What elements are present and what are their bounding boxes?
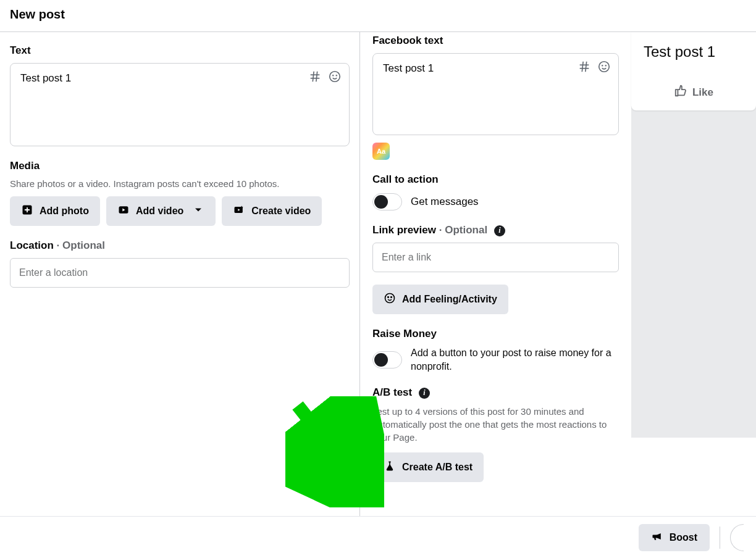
location-optional-label: Optional [62,239,105,251]
svg-line-13 [586,62,587,72]
preview-column: Test post 1 Like [631,32,756,516]
chevron-down-icon [192,204,204,219]
emoji-icon [384,292,396,307]
svg-line-2 [313,72,314,82]
add-video-button[interactable]: Add video [106,196,216,226]
create-video-icon [233,204,245,219]
create-video-button[interactable]: Create video [222,196,322,226]
add-feeling-label: Add Feeling/Activity [402,294,497,305]
post-text-value: Test post 1 [20,72,71,84]
svg-point-18 [388,297,389,298]
svg-point-16 [605,65,606,66]
boost-label: Boost [670,532,697,543]
add-feeling-button[interactable]: Add Feeling/Activity [372,285,508,314]
svg-point-14 [599,62,610,72]
svg-line-3 [316,72,317,82]
raise-money-label: Raise Money [372,328,619,340]
hashtag-icon[interactable] [578,60,591,77]
megaphone-icon [651,530,663,545]
media-section-sub: Share photos or a video. Instagram posts… [10,178,350,189]
fb-text-input[interactable]: Test post 1 [372,53,619,135]
link-input[interactable] [372,243,619,272]
add-photo-icon [21,204,33,219]
background-color-picker[interactable]: Aa [372,143,390,160]
info-icon[interactable]: i [419,388,430,399]
svg-point-4 [330,72,340,82]
middle-column: Facebook text Test post 1 Aa Call to act… [359,32,631,516]
post-text-input[interactable]: Test post 1 [10,63,350,146]
info-icon[interactable]: i [494,225,505,236]
hashtag-icon[interactable] [308,70,322,86]
boost-button[interactable]: Boost [639,524,710,551]
text-section-label: Text [10,44,350,57]
raise-money-desc: Add a button to your post to raise money… [411,346,619,373]
video-icon [117,204,130,219]
svg-point-15 [602,65,603,66]
raise-money-toggle[interactable] [372,351,402,369]
cta-section-label: Call to action [372,173,619,186]
like-button[interactable]: Like [674,84,713,101]
location-section-label: Location · Optional [10,239,350,252]
emoji-icon[interactable] [597,60,611,77]
like-label: Like [692,86,713,99]
post-preview-card: Test post 1 Like [631,32,756,110]
create-ab-test-label: Create A/B test [402,462,472,473]
ab-test-label: A/B test i [372,386,619,399]
page-title: New post [10,7,746,22]
create-ab-test-button[interactable]: Create A/B test [372,452,484,482]
add-photo-label: Add photo [40,206,89,217]
bottom-bar: Boost [0,516,756,558]
cta-toggle[interactable] [372,193,402,210]
fb-text-label: Facebook text [372,35,619,47]
left-column: Text Test post 1 Media Share photos or a… [0,32,359,516]
cta-option-label: Get messages [411,196,479,208]
add-video-label: Add video [136,206,183,217]
emoji-icon[interactable] [328,70,342,86]
fb-text-value: Test post 1 [383,62,434,74]
location-input[interactable] [10,258,350,288]
ab-test-desc: Test up to 4 versions of this post for 3… [372,405,619,444]
svg-line-12 [582,62,583,72]
thumbs-up-icon [674,84,687,101]
beaker-icon [384,460,396,475]
svg-point-19 [391,297,392,298]
link-preview-label: Link preview · Optional i [372,224,619,236]
add-photo-button[interactable]: Add photo [10,196,100,226]
page-header: New post [0,0,756,31]
create-video-label: Create video [251,206,311,217]
media-section-label: Media [10,160,350,172]
svg-point-6 [336,75,337,76]
next-button-stub[interactable] [730,524,744,551]
bottom-divider [720,527,720,549]
preview-post-text: Test post 1 [631,32,756,78]
svg-point-5 [333,75,334,76]
svg-point-17 [385,294,395,303]
